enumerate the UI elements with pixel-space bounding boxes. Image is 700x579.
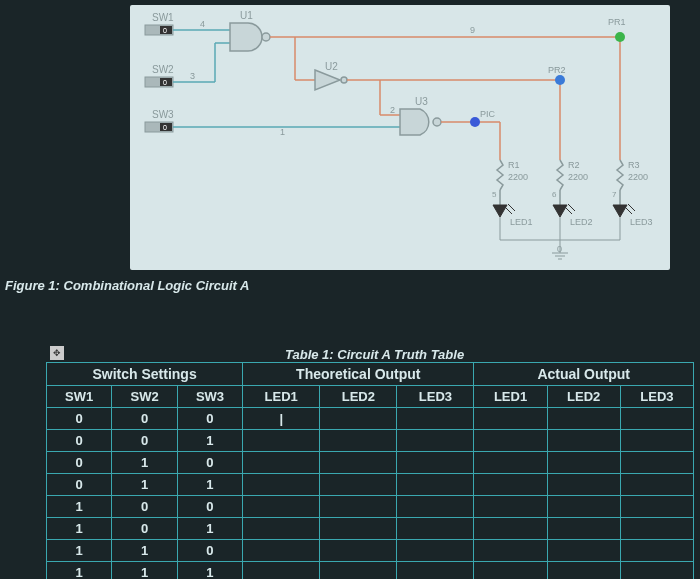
table-cell[interactable]	[547, 562, 620, 580]
table-cell[interactable]	[397, 474, 474, 496]
table-cell[interactable]	[620, 430, 693, 452]
table-cell: 1	[112, 562, 177, 580]
table-cell: 0	[47, 430, 112, 452]
table-cell[interactable]	[620, 496, 693, 518]
table-cell[interactable]	[474, 496, 547, 518]
resistor-r2: R2 2200 6	[552, 160, 588, 199]
table-cell[interactable]	[474, 562, 547, 580]
table-cell[interactable]	[474, 452, 547, 474]
svg-text:0: 0	[163, 27, 167, 34]
table-cell[interactable]	[243, 474, 320, 496]
table-cell[interactable]	[397, 408, 474, 430]
table-row: 000|	[47, 408, 694, 430]
svg-text:2200: 2200	[568, 172, 588, 182]
table-cell[interactable]	[547, 496, 620, 518]
probe-pic	[470, 117, 480, 127]
svg-text:PIC: PIC	[480, 109, 496, 119]
col-t-led2: LED2	[320, 386, 397, 408]
svg-point-18	[262, 33, 270, 41]
table-cell[interactable]	[243, 540, 320, 562]
table-cell: 0	[47, 474, 112, 496]
table-cell[interactable]	[320, 452, 397, 474]
led1: LED1	[493, 190, 533, 227]
table-cell[interactable]	[397, 430, 474, 452]
table-cell[interactable]	[243, 496, 320, 518]
table-cell[interactable]	[620, 408, 693, 430]
group-actual: Actual Output	[474, 363, 694, 386]
gate-u3: U3	[400, 96, 441, 135]
svg-text:5: 5	[492, 190, 497, 199]
table-cell: 0	[112, 518, 177, 540]
table-cell[interactable]	[397, 518, 474, 540]
svg-line-49	[508, 204, 515, 211]
table-cell[interactable]	[243, 452, 320, 474]
table-cell[interactable]	[474, 408, 547, 430]
table-cell[interactable]	[474, 540, 547, 562]
led3: LED3	[613, 190, 653, 227]
svg-line-53	[568, 204, 575, 211]
table-cell[interactable]	[397, 496, 474, 518]
table-cell: 0	[47, 408, 112, 430]
probe-pr1	[615, 32, 625, 42]
table-cell[interactable]	[620, 474, 693, 496]
svg-text:PR2: PR2	[548, 65, 566, 75]
table-cell[interactable]	[547, 474, 620, 496]
table-cell[interactable]	[243, 562, 320, 580]
table-cell[interactable]	[320, 496, 397, 518]
svg-text:LED2: LED2	[570, 217, 593, 227]
col-t-led3: LED3	[397, 386, 474, 408]
table-cell[interactable]	[397, 452, 474, 474]
table-cell[interactable]	[320, 474, 397, 496]
table-row: 110	[47, 540, 694, 562]
svg-text:2200: 2200	[628, 172, 648, 182]
table-cell[interactable]	[474, 518, 547, 540]
table-cell[interactable]: |	[243, 408, 320, 430]
table-cell[interactable]	[620, 562, 693, 580]
svg-text:U1: U1	[240, 10, 253, 21]
svg-text:4: 4	[200, 19, 205, 29]
table-cell[interactable]	[620, 452, 693, 474]
table-cell[interactable]	[243, 430, 320, 452]
table-cell[interactable]	[620, 540, 693, 562]
move-icon[interactable]: ✥	[50, 346, 64, 360]
table-cell[interactable]	[547, 518, 620, 540]
table-cell: 0	[177, 452, 242, 474]
svg-text:PR1: PR1	[608, 17, 626, 27]
col-sw3: SW3	[177, 386, 242, 408]
table-cell[interactable]	[320, 408, 397, 430]
table-row: 001	[47, 430, 694, 452]
table-cell[interactable]	[547, 430, 620, 452]
table-cell[interactable]	[547, 540, 620, 562]
table-cell[interactable]	[547, 408, 620, 430]
table-cell: 0	[177, 408, 242, 430]
table-cell[interactable]	[547, 452, 620, 474]
group-theoretical: Theoretical Output	[243, 363, 474, 386]
resistor-r3: R3 2200 7	[612, 160, 648, 199]
svg-line-48	[505, 207, 512, 214]
figure-caption: Figure 1: Combinational Logic Circuit A	[5, 278, 249, 293]
table-cell: 0	[112, 408, 177, 430]
table-cell[interactable]	[320, 518, 397, 540]
table-cell: 0	[177, 496, 242, 518]
table-cell[interactable]	[474, 430, 547, 452]
table-cell[interactable]	[474, 474, 547, 496]
svg-text:1: 1	[280, 127, 285, 137]
svg-line-52	[565, 207, 572, 214]
table-cell[interactable]	[320, 430, 397, 452]
probe-pr2	[555, 75, 565, 85]
table-cell[interactable]	[397, 562, 474, 580]
table-cell: 0	[177, 540, 242, 562]
table-cell[interactable]	[620, 518, 693, 540]
svg-text:R3: R3	[628, 160, 640, 170]
table-cell[interactable]	[320, 562, 397, 580]
svg-text:9: 9	[470, 25, 475, 35]
table-row: 010	[47, 452, 694, 474]
table-cell[interactable]	[320, 540, 397, 562]
svg-text:R2: R2	[568, 160, 580, 170]
table-cell[interactable]	[397, 540, 474, 562]
sw2-label: SW2	[152, 64, 174, 75]
table-cell[interactable]	[243, 518, 320, 540]
col-a-led2: LED2	[547, 386, 620, 408]
table-cell: 1	[47, 540, 112, 562]
table-title: Table 1: Circuit A Truth Table	[285, 347, 464, 362]
